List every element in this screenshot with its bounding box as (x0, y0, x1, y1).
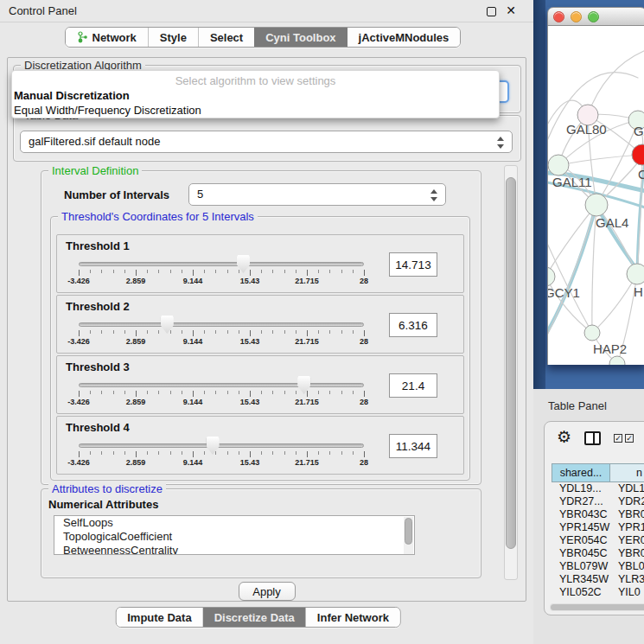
threshold-value-field[interactable]: 21.4 (389, 373, 437, 398)
table-cell: YBL0 (610, 560, 644, 573)
tab-network[interactable]: Network (66, 28, 148, 47)
table-data-select[interactable]: galFiltered.sif default node (20, 131, 513, 153)
attribute-item-topologicalcoefficient[interactable]: TopologicalCoefficient (54, 530, 414, 544)
scrollbar-thumb[interactable] (405, 518, 412, 545)
mac-minimize-button[interactable] (571, 11, 582, 22)
network-window-titlebar[interactable] (547, 7, 644, 26)
slider-tick-label: 15.43 (240, 458, 260, 467)
slider-tick (296, 270, 296, 273)
slider-thumb[interactable] (161, 316, 174, 334)
table-row[interactable]: YBL079WYBL0 (552, 560, 644, 573)
list-scrollbar[interactable] (404, 517, 413, 554)
network-node-gal11[interactable] (548, 155, 569, 175)
slider-tick (261, 330, 262, 334)
slider-tick (193, 451, 194, 457)
slider-tick-label: 15.43 (240, 337, 260, 346)
table-row[interactable]: YDL19...YDL1 (552, 482, 644, 495)
threshold-title: Threshold 2 (66, 300, 130, 313)
scrollbar-thumb[interactable] (506, 177, 516, 549)
slider-tick (204, 391, 205, 394)
table-row[interactable]: YBR045CYBR0 (552, 547, 644, 560)
slider-tick (204, 330, 205, 334)
mac-close-button[interactable] (553, 11, 564, 22)
slider-tick (182, 330, 182, 334)
table-cell: YBL079W (552, 560, 610, 573)
network-edge[interactable] (592, 274, 637, 333)
column-header-1[interactable]: shared... (552, 463, 610, 482)
cyni-toolbox-panel: Discretization Algorithm Table Data galF… (7, 57, 526, 602)
slider-tick-label: 9.144 (183, 277, 203, 285)
slider-track[interactable] (79, 443, 364, 448)
tab-select[interactable]: Select (198, 28, 254, 47)
tab-discretize-data[interactable]: Discretize Data (203, 608, 306, 627)
checkbox-grid-icon[interactable]: ✓✓ (614, 434, 634, 443)
table-cell: YDL19... (552, 482, 610, 495)
network-canvas[interactable]: GAL80GACGAL11GAL4GCY1HHAP2 (547, 26, 644, 365)
node-label-gal80: GAL80 (566, 122, 607, 137)
network-node-gcy1[interactable] (548, 267, 555, 286)
table-row[interactable]: YER054CYER0 (552, 534, 644, 547)
network-window: GAL80GACGAL11GAL4GCY1HHAP2 (547, 7, 644, 365)
slider-tick (353, 391, 354, 394)
settings-scroll-area: Interval Definition Number of Intervals … (13, 165, 501, 580)
node-label-gal4: GAL4 (596, 215, 628, 230)
panel-title: Control Panel (9, 4, 77, 17)
table-row[interactable]: YPR145WYPR1 (552, 521, 644, 534)
slider-track[interactable] (79, 383, 364, 387)
slider-tick (79, 270, 80, 276)
network-node-hap2[interactable] (584, 325, 600, 341)
slider-track[interactable] (79, 322, 364, 327)
tab-impute-data[interactable]: Impute Data (116, 608, 202, 627)
group-title: Threshold's Coordinates for 5 Intervals (58, 210, 258, 223)
float-window-icon[interactable] (487, 7, 496, 16)
attribute-item-betweennesscentrality[interactable]: BetweennessCentrality (54, 544, 414, 555)
network-node-h[interactable] (627, 264, 644, 284)
slider-tick (204, 270, 205, 273)
network-node-gal4[interactable] (585, 194, 608, 216)
tab-style[interactable]: Style (148, 28, 198, 47)
apply-button[interactable]: Apply (239, 582, 296, 601)
combo-arrows-icon (430, 188, 437, 202)
slider-tick (329, 270, 330, 273)
slider-tick (341, 330, 342, 334)
slider-tick (250, 330, 251, 336)
table-row[interactable]: YBR043CYBR0 (552, 508, 644, 521)
tab-cyni-toolbox[interactable]: Cyni Toolbox (254, 28, 347, 47)
slider-tick-label: -3.426 (67, 458, 90, 467)
popup-option-equal-width-frequency-discretization[interactable]: Equal Width/Frequency Discretization (14, 104, 201, 117)
scrollbar-thumb[interactable] (551, 604, 644, 610)
panel-scrollbar[interactable] (504, 165, 518, 580)
slider-track[interactable] (79, 262, 364, 266)
slider-thumb[interactable] (297, 376, 310, 394)
table-hscrollbar[interactable] (550, 603, 644, 611)
slider-tick (136, 330, 137, 336)
slider-thumb[interactable] (207, 437, 220, 455)
threshold-value-field[interactable]: 11.344 (389, 434, 437, 458)
tab-infer-network[interactable]: Infer Network (306, 608, 400, 627)
attribute-item-selfloops[interactable]: SelfLoops (54, 516, 414, 530)
gear-icon[interactable]: ⚙ (557, 429, 571, 445)
columns-icon[interactable] (584, 431, 601, 445)
table-row[interactable]: YIL052CYIL0 (552, 586, 644, 599)
node-label-gal11: GAL11 (552, 175, 592, 189)
network-edge[interactable] (558, 155, 642, 165)
network-edge[interactable] (548, 205, 596, 277)
tab-jactivemnodules[interactable]: jActiveMNodules (348, 28, 461, 47)
table-cell: YBR0 (610, 547, 644, 560)
column-header-2[interactable]: n (610, 463, 644, 482)
close-icon[interactable]: ✕ (506, 3, 516, 17)
slider-tick-label: 21.715 (295, 277, 319, 285)
node-label-gcy1: GCY1 (548, 285, 580, 300)
group-title: Attributes to discretize (48, 482, 166, 495)
threshold-value-field[interactable]: 14.713 (389, 252, 437, 277)
mac-zoom-button[interactable] (588, 11, 599, 22)
network-node-bottom[interactable] (609, 356, 625, 365)
slider-tick (193, 330, 194, 336)
table-row[interactable]: YLR345WYLR3 (552, 573, 644, 586)
network-edge[interactable] (588, 50, 644, 115)
table-row[interactable]: YDR27...YDR2 (552, 495, 644, 508)
number-of-intervals-select[interactable]: 5 (188, 183, 446, 206)
threshold-value-field[interactable]: 6.316 (389, 313, 437, 337)
numerical-attributes-list[interactable]: SelfLoopsTopologicalCoefficientBetweenne… (54, 515, 415, 555)
popup-option-manual-discretization[interactable]: Manual Discretization (14, 89, 130, 102)
